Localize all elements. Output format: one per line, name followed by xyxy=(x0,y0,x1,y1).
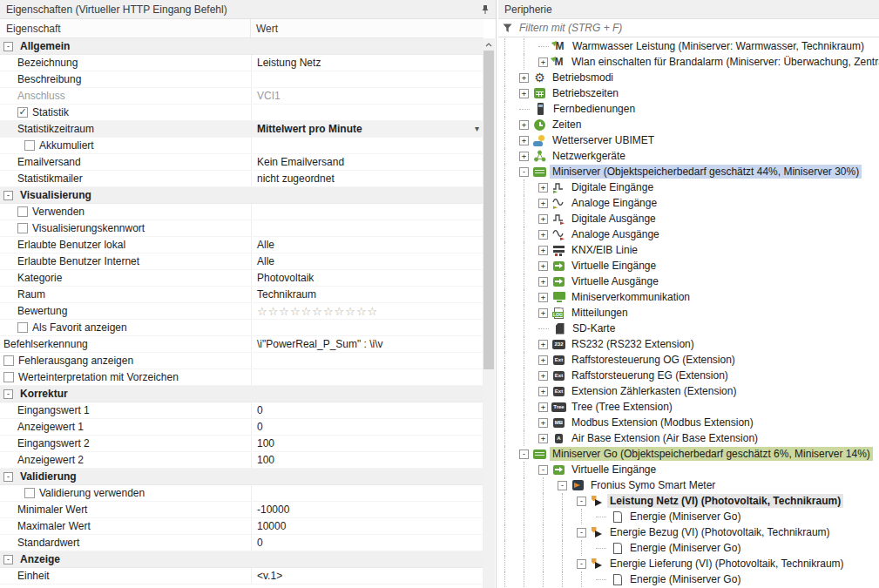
property-value-cell[interactable]: -10000 xyxy=(251,502,483,517)
tree-item[interactable]: +Virtuelle Eingänge xyxy=(498,258,879,274)
property-row[interactable]: BezeichnungLeistung Netz xyxy=(0,55,483,71)
tree-expander[interactable]: + xyxy=(538,355,548,365)
tree-item[interactable]: +Digitale Ausgänge xyxy=(498,211,879,226)
checkbox[interactable] xyxy=(17,206,28,217)
tree-item[interactable]: +Wetterserver UBIMET xyxy=(498,132,879,148)
column-header-property[interactable]: Eigenschaft xyxy=(0,19,251,37)
group-row[interactable]: -Validierung xyxy=(0,469,483,485)
tree-item-label[interactable]: Netzwerkgeräte xyxy=(550,149,628,163)
checkbox[interactable] xyxy=(3,372,14,382)
property-row[interactable]: AnschlussVCI1 xyxy=(0,88,483,105)
property-row[interactable]: Minimaler Wert-10000 xyxy=(0,502,483,518)
property-row[interactable]: Statistikmailernicht zugeordnet xyxy=(0,171,483,187)
property-row[interactable]: Visualisierungskennwort xyxy=(0,220,483,237)
tree-item[interactable]: Energie (Miniserver Go) xyxy=(498,540,879,556)
tree-item-label[interactable]: Digitale Ausgänge xyxy=(569,212,659,226)
checkbox[interactable]: ✓ xyxy=(17,107,28,118)
tree-item-label[interactable]: Energie Bezug (VI) (Photovoltaik, Techni… xyxy=(607,525,833,539)
tree-expander[interactable]: + xyxy=(538,199,548,208)
tree-item[interactable]: +MBModbus Extension (Modbus Extension) xyxy=(498,415,879,430)
tree-item[interactable]: Energie (Miniserver Go) xyxy=(498,571,879,587)
property-row[interactable]: Anzeigewert 10 xyxy=(0,419,483,436)
tree-item[interactable]: +Betriebszeiten xyxy=(498,85,879,101)
property-value-cell[interactable]: Alle xyxy=(251,253,483,269)
property-value-cell[interactable]: \i"PowerReal_P_Sum" : \i\v xyxy=(251,336,483,352)
tree-item-label[interactable]: Analoge Ausgänge xyxy=(569,227,662,241)
tree-item[interactable]: -Fronius Symo Smart Meter xyxy=(498,477,879,493)
property-row[interactable]: Fehlerausgang anzeigen xyxy=(0,353,483,369)
property-row[interactable]: Bewertung☆☆☆☆☆☆☆☆☆☆☆ xyxy=(0,303,483,320)
tree-item-label[interactable]: Miniserver Go (Objektspeicherbedarf gesc… xyxy=(550,447,873,461)
property-value-cell[interactable]: Mittelwert pro Minute▾ xyxy=(251,121,483,137)
property-row[interactable]: KategoriePhotovoltaik xyxy=(0,270,483,287)
property-row[interactable]: Erlaubte Benutzer InternetAlle xyxy=(0,253,483,270)
tree-item[interactable]: +Netzwerkgeräte xyxy=(498,148,879,164)
property-value-cell[interactable]: 100 xyxy=(251,452,483,468)
property-value-cell[interactable]: nicht zugeordnet xyxy=(251,171,483,186)
collapse-icon[interactable]: - xyxy=(3,472,13,482)
filter-input[interactable] xyxy=(517,21,875,35)
collapse-icon[interactable]: - xyxy=(3,555,13,564)
tree-expander[interactable]: + xyxy=(538,261,548,271)
property-value-cell[interactable]: Photovoltaik xyxy=(251,270,483,286)
tree-expander[interactable]: + xyxy=(538,387,548,396)
tree-item[interactable]: +AAir Base Extension (Air Base Extension… xyxy=(498,430,879,446)
tree-item-label[interactable]: Raffstorsteuerung EG (Extension) xyxy=(569,368,731,382)
tree-item-label[interactable]: Miniserverkommunikation xyxy=(569,290,693,304)
tree-item[interactable]: +Miniserverkommunikation xyxy=(498,289,879,305)
tree-item-label[interactable]: KNX/EIB Linie xyxy=(569,243,640,257)
property-value-cell[interactable]: Technikraum xyxy=(251,287,483,302)
tree-item-label[interactable]: Analoge Eingänge xyxy=(569,196,659,210)
tree-item-label[interactable]: Energie (Miniserver Go) xyxy=(627,510,743,524)
tree-expander[interactable]: + xyxy=(538,340,548,349)
tree-expander[interactable]: - xyxy=(577,528,586,537)
checkbox[interactable] xyxy=(17,322,28,333)
tree-expander[interactable]: + xyxy=(538,418,548,428)
tree-item[interactable]: +ExtRaffstoresteuerung OG (Extension) xyxy=(498,352,879,368)
property-row[interactable]: Verwenden xyxy=(0,204,483,220)
tree-item-label[interactable]: Leistung Netz (VI) (Photovoltaik, Techni… xyxy=(607,494,843,508)
tree-item[interactable]: +Mitteilungen xyxy=(498,305,879,321)
collapse-icon[interactable]: - xyxy=(3,191,13,200)
tree-expander[interactable]: + xyxy=(519,136,529,145)
property-row[interactable]: Eingangswert 2100 xyxy=(0,436,483,452)
property-row[interactable]: EmailversandKein Emailversand xyxy=(0,154,483,171)
tree-item-label[interactable]: Modbus Extension (Modbus Extension) xyxy=(569,416,756,429)
tree-item[interactable]: +ExtExtension Zählerkasten (Extension) xyxy=(498,383,879,399)
tree-expander[interactable]: + xyxy=(538,183,548,193)
property-value-cell[interactable]: 0 xyxy=(251,535,483,551)
tree-expander[interactable]: + xyxy=(538,402,548,412)
tree-item[interactable]: -Virtuelle Eingänge xyxy=(498,462,879,477)
property-value-cell[interactable]: ☆☆☆☆☆☆☆☆☆☆☆ xyxy=(251,303,483,319)
collapse-icon[interactable]: - xyxy=(3,389,13,399)
tree-item[interactable]: +ExtRaffstorsteuerung EG (Extension) xyxy=(498,368,879,383)
tree-item[interactable]: +232RS232 (RS232 Extension) xyxy=(498,336,879,352)
property-row[interactable]: StatistikzeitraumMittelwert pro Minute▾ xyxy=(0,121,483,138)
tree-expander[interactable]: + xyxy=(519,120,529,130)
property-row[interactable]: Erlaubte Benutzer lokalAlle xyxy=(0,237,483,253)
tree-item[interactable]: -Miniserver (Objektspeicherbedarf geschä… xyxy=(498,164,879,179)
rating-stars[interactable]: ☆☆☆☆☆☆☆☆☆☆☆ xyxy=(257,305,378,318)
tree-expander[interactable]: + xyxy=(538,434,548,443)
tree-item-label[interactable]: Energie Lieferung (VI) (Photovoltaik, Te… xyxy=(607,557,847,571)
property-row[interactable]: Akkumuliert xyxy=(0,138,483,154)
tree-item[interactable]: -Leistung Netz (VI) (Photovoltaik, Techn… xyxy=(498,493,879,509)
property-row[interactable]: Standardwert0 xyxy=(0,535,483,551)
property-value-cell[interactable] xyxy=(251,204,483,220)
tree-item-label[interactable]: Betriebsmodi xyxy=(550,71,616,84)
tree-item[interactable]: -Energie Bezug (VI) (Photovoltaik, Techn… xyxy=(498,524,879,540)
property-row[interactable]: Beschreibung xyxy=(0,71,483,88)
tree-expander[interactable]: - xyxy=(538,465,548,475)
column-header-value[interactable]: Wert xyxy=(251,19,483,37)
tree-item-label[interactable]: Wlan einschalten für Brandalarm (Miniser… xyxy=(569,55,879,69)
tree-expander[interactable]: + xyxy=(538,246,548,255)
group-row[interactable]: -Korrektur xyxy=(0,386,483,402)
tree-expander[interactable]: - xyxy=(577,559,586,569)
property-row[interactable]: Als Favorit anzeigen xyxy=(0,320,483,336)
tree-expander[interactable]: + xyxy=(519,89,529,98)
tree-item-label[interactable]: Miniserver (Objektspeicherbedarf geschät… xyxy=(550,165,862,179)
collapse-icon[interactable]: - xyxy=(3,42,13,51)
property-value-cell[interactable]: 0 xyxy=(251,402,483,418)
property-row[interactable]: Werteinterpretation mit Vorzeichen xyxy=(0,369,483,386)
property-value-cell[interactable] xyxy=(251,138,483,153)
